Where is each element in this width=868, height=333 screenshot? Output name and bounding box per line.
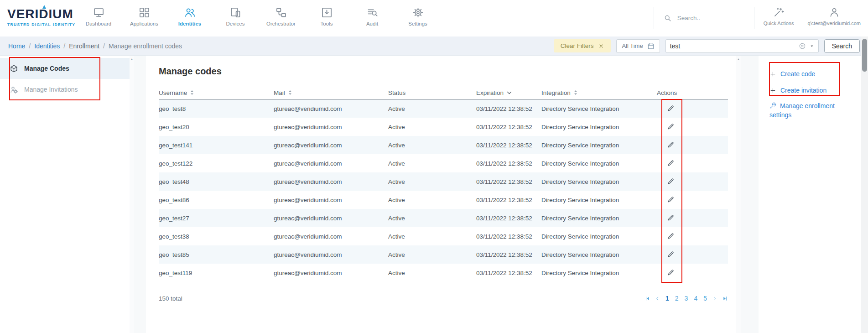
nav-item-audit[interactable]: Audit	[349, 6, 395, 26]
page-2-button[interactable]: 2	[674, 295, 680, 302]
quick-actions-label: Quick Actions	[764, 21, 794, 26]
cell-integration: Directory Service Integration	[541, 124, 657, 130]
breadcrumb-item-identities[interactable]: Identities	[34, 42, 60, 50]
table-row: geo_test122gtureac@veridiumid.comActive0…	[159, 154, 728, 172]
page-1-button[interactable]: 1	[665, 295, 670, 302]
cell-status: Active	[388, 197, 476, 203]
table-header: UsernameMailStatusExpirationIntegrationA…	[159, 86, 728, 99]
nav-item-orchestrator[interactable]: Orchestrator	[258, 6, 304, 26]
cell-expiration: 03/11/2022 12:38:52	[476, 270, 541, 276]
cell-integration: Directory Service Integration	[541, 233, 657, 240]
nav-item-applications[interactable]: Applications	[121, 6, 167, 26]
column-header-status: Status	[388, 89, 476, 96]
table-row: geo_test86gtureac@veridiumid.comActive03…	[159, 191, 728, 209]
circle-close-icon[interactable]	[799, 42, 806, 50]
divider	[654, 7, 654, 29]
sidebar-item-manage-codes[interactable]: Manage Codes	[0, 58, 130, 79]
search-button[interactable]: Search	[824, 39, 860, 53]
table-footer: 150 total 12345	[159, 295, 728, 302]
clear-filters-button[interactable]: Clear Filters	[554, 39, 611, 52]
manage-enrollment-settings-link[interactable]: Manage enrollment settings	[769, 101, 850, 120]
nav-item-dashboard[interactable]: Dashboard	[76, 6, 121, 26]
clear-filters-label: Clear Filters	[561, 42, 594, 49]
cell-actions	[657, 104, 728, 114]
sidebar-scrollbar[interactable]	[130, 56, 134, 333]
cell-status: Active	[388, 124, 476, 130]
last-page-button[interactable]	[722, 296, 728, 302]
breadcrumb-item-enrollment: Enrollment	[69, 42, 99, 50]
column-header-mail[interactable]: Mail	[274, 89, 388, 96]
edit-button[interactable]	[666, 177, 676, 186]
page-5-button[interactable]: 5	[702, 295, 708, 302]
cell-mail: gtureac@veridiumid.com	[274, 105, 388, 112]
table-body: geo_test8gtureac@veridiumid.comActive03/…	[159, 99, 728, 282]
edit-button[interactable]	[666, 195, 676, 204]
nav-item-identities[interactable]: Identities	[167, 6, 213, 26]
edit-button[interactable]	[666, 122, 676, 131]
user-menu[interactable]: q'ctest@veridiumid.com	[807, 0, 861, 36]
breadcrumb-item-home[interactable]: Home	[8, 42, 25, 50]
cell-integration: Directory Service Integration	[541, 105, 657, 112]
person-gear-icon	[10, 85, 18, 94]
edit-button[interactable]	[666, 140, 676, 150]
sidebar-item-manage-invitations[interactable]: Manage Invitations	[0, 79, 130, 100]
page-scrollbar-thumb[interactable]	[862, 39, 867, 72]
cell-username: geo_test48	[159, 178, 274, 185]
logo-tagline: TRUSTED DIGITAL IDENTITY	[7, 22, 75, 27]
divider	[754, 7, 754, 29]
cell-mail: gtureac@veridiumid.com	[274, 142, 388, 149]
nav-right: Quick Actions q'ctest@veridiumid.com	[645, 0, 861, 36]
first-page-button[interactable]	[645, 296, 650, 302]
cell-integration: Directory Service Integration	[541, 270, 657, 276]
logo-title: VERIDIUM	[7, 8, 75, 21]
create-invitation-link[interactable]: Create invitation	[769, 82, 850, 99]
cell-expiration: 03/11/2022 12:38:52	[476, 160, 541, 167]
page-scrollbar[interactable]	[861, 36, 868, 333]
gear-icon	[412, 6, 424, 19]
create-code-link[interactable]: Create code	[769, 66, 850, 82]
cell-username: geo_test8	[159, 105, 274, 112]
page-3-button[interactable]: 3	[684, 295, 689, 302]
cell-expiration: 03/11/2022 12:38:52	[476, 124, 541, 130]
column-header-integration[interactable]: Integration	[541, 89, 657, 96]
edit-button[interactable]	[666, 231, 676, 241]
page-4-button[interactable]: 4	[693, 295, 698, 302]
nav-item-settings[interactable]: Settings	[395, 6, 441, 26]
nav-item-devices[interactable]: Devices	[213, 6, 258, 26]
column-header-username[interactable]: Username	[159, 89, 274, 96]
pencil-icon	[667, 196, 675, 203]
global-search-input[interactable]	[676, 13, 745, 23]
prev-page-button[interactable]	[655, 296, 660, 302]
column-header-expiration[interactable]: Expiration	[476, 89, 541, 96]
main-scrollbar[interactable]	[736, 56, 741, 333]
filter-search-input[interactable]	[670, 42, 795, 50]
breadcrumb: Home/Identities/Enrollment/Manage enroll…	[8, 42, 182, 50]
cell-username: geo_test85	[159, 251, 274, 258]
edit-button[interactable]	[666, 158, 676, 168]
quick-actions-button[interactable]: Quick Actions	[764, 0, 794, 36]
edit-button[interactable]	[666, 250, 676, 259]
edit-button[interactable]	[666, 104, 676, 113]
page-title: Manage codes	[159, 66, 736, 77]
cell-expiration: 03/11/2022 12:38:52	[476, 105, 541, 112]
gutter	[741, 56, 759, 333]
nav-item-tools[interactable]: Tools	[304, 6, 349, 26]
edit-button[interactable]	[666, 268, 676, 277]
sidebar-items: Manage CodesManage Invitations	[0, 58, 130, 100]
tools-icon	[321, 6, 333, 19]
table-row: geo_test48gtureac@veridiumid.comActive03…	[159, 172, 728, 191]
cell-username: geo_test141	[159, 142, 274, 149]
column-header-actions: Actions	[657, 89, 728, 96]
last-page-icon	[722, 296, 728, 302]
cell-status: Active	[388, 178, 476, 185]
orchestrator-icon	[275, 6, 287, 19]
pencil-icon	[667, 123, 675, 130]
caret-down-icon[interactable]	[810, 44, 814, 48]
global-search	[663, 13, 745, 23]
time-range-button[interactable]: All Time	[616, 39, 660, 53]
next-page-button[interactable]	[712, 296, 718, 302]
edit-button[interactable]	[666, 213, 676, 223]
search-icon[interactable]	[663, 14, 672, 23]
cell-expiration: 03/11/2022 12:38:52	[476, 142, 541, 149]
pencil-icon	[667, 104, 675, 112]
